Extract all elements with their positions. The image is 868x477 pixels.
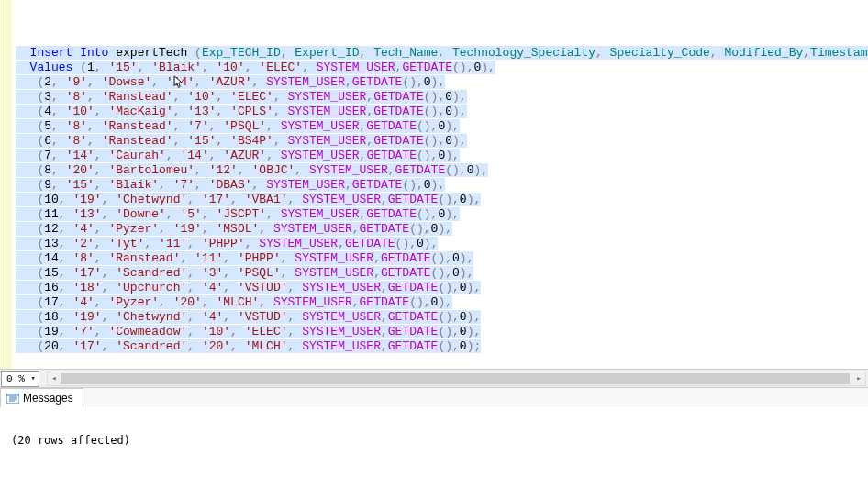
zoom-value: 0 % [6,373,25,384]
code-line: (5, '8', 'Ranstead', '7', 'PSQL', SYSTEM… [16,119,868,134]
code-line: (15, '17', 'Scandred', '3', 'PSQL', SYST… [16,266,868,281]
messages-pane[interactable]: (20 rows affected) Completion time: 2020… [0,407,868,477]
code-line: (2, '9', 'Dowse', '14', 'AZUR', SYSTEM_U… [16,75,868,90]
code-line: Values (1, '15', 'Blaik', '10', 'ELEC', … [16,61,868,75]
code-line: (11, '13', 'Downe', '5', 'JSCPT', SYSTEM… [16,207,868,222]
zoom-dropdown[interactable]: 0 % ▾ [1,371,39,387]
scrollbar-thumb[interactable] [61,373,850,384]
code-line: (3, '8', 'Ranstead', '10', 'ELEC', SYSTE… [16,90,868,105]
code-line: (8, '20', 'Bartolomeu', '12', 'OBJC', SY… [16,163,868,178]
code-line: (13, '2', 'Tyt', '11', 'PHPP', SYSTEM_US… [16,237,868,251]
messages-rows-affected: (20 rows affected) [11,433,861,448]
code-line: (7, '14', 'Caurah', '14', 'AZUR', SYSTEM… [16,149,868,163]
sql-editor[interactable]: Insert Into expertTech (Exp_TECH_ID, Exp… [0,0,868,385]
code-line: (19, '7', 'Cowmeadow', '10', 'ELEC', SYS… [16,325,868,339]
code-line: (6, '8', 'Ranstead', '15', 'BS4P', SYSTE… [16,134,868,149]
code-line: (16, '18', 'Upchurch', '4', 'VSTUD', SYS… [16,281,868,295]
code-line: Insert Into expertTech (Exp_TECH_ID, Exp… [16,46,868,61]
code-line: (14, '8', 'Ranstead', '11', 'PHPP', SYST… [16,251,868,266]
code-line: (17, '4', 'Pyzer', '20', 'MLCH', SYSTEM_… [16,295,868,310]
code-line: (20, '17', 'Scandred', '20', 'MLCH', SYS… [16,339,868,354]
editor-footer-bar: 0 % ▾ ◂ ▸ [0,369,868,387]
results-tabs: Messages [0,387,868,407]
code-line: (12, '4', 'Pyzer', '19', 'MSOL', SYSTEM_… [16,222,868,237]
code-line: (10, '19', 'Chetwynd', '17', 'VBA1', SYS… [16,193,868,207]
code-text-area[interactable]: Insert Into expertTech (Exp_TECH_ID, Exp… [12,0,868,385]
chevron-down-icon: ▾ [31,373,36,383]
code-line: (18, '19', 'Chetwynd', '4', 'VSTUD', SYS… [16,310,868,325]
tab-label: Messages [23,392,73,405]
code-line: (9, '15', 'Blaik', '7', 'DBAS', SYSTEM_U… [16,178,868,193]
editor-gutter [0,0,6,385]
scroll-left-arrow-icon[interactable]: ◂ [48,372,61,385]
code-line: (4, '10', 'MacKaig', '13', 'CPLS', SYSTE… [16,105,868,119]
scroll-right-arrow-icon[interactable]: ▸ [852,372,865,385]
tab-messages[interactable]: Messages [0,388,83,407]
horizontal-scrollbar[interactable]: ◂ ▸ [47,372,866,386]
messages-icon [6,394,19,404]
